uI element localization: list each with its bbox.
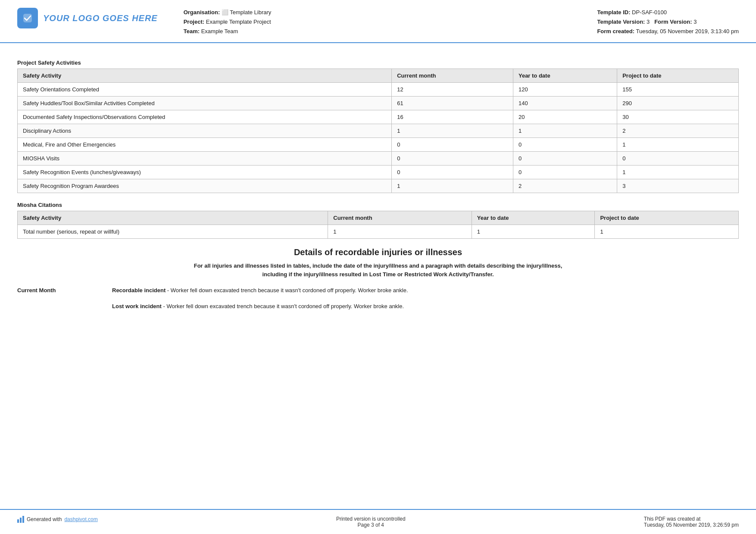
details-current-month-label: Current Month — [17, 286, 103, 294]
table-row: Safety Huddles/Tool Box/Similar Activiti… — [18, 97, 739, 110]
uncontrolled-text: Printed version is uncontrolled — [336, 516, 406, 522]
table-row: Documented Safety Inspections/Observatio… — [18, 110, 739, 124]
dashpivot-icon — [17, 516, 24, 523]
col-current-month: Current month — [392, 69, 513, 83]
page-footer: Generated with dashpivot.com Printed ver… — [0, 509, 756, 534]
table-cell: 2 — [617, 124, 739, 138]
table-row: Safety Orientations Completed12120155 — [18, 83, 739, 97]
generated-label: Generated with — [27, 516, 62, 522]
table-row: Medical, Fire and Other Emergencies001 — [18, 138, 739, 152]
header-meta-right: Template ID: DP-SAF-0100 Template Versio… — [597, 8, 739, 36]
form-created-label: Form created: — [597, 28, 634, 34]
table-cell: 120 — [513, 83, 617, 97]
page-header: YOUR LOGO GOES HERE Organisation: ⬜ Temp… — [0, 0, 756, 43]
incident-entry: Lost work incident - Worker fell down ex… — [112, 302, 739, 311]
template-id-label: Template ID: — [597, 9, 630, 16]
table-cell: 155 — [617, 83, 739, 97]
table-cell: MIOSHA Visits — [18, 152, 392, 166]
page-number: Page 3 of 4 — [336, 522, 406, 528]
miosha-col-current-month: Current month — [328, 211, 472, 225]
incident-entry: Recordable incident - Worker fell down e… — [112, 286, 739, 295]
table-cell: Disciplinary Actions — [18, 124, 392, 138]
form-version-value: 3 — [694, 19, 697, 25]
table-cell: 1 — [392, 179, 513, 193]
team-label: Team: — [184, 28, 200, 34]
table-cell: 1 — [472, 225, 595, 239]
table-cell: 1 — [617, 166, 739, 179]
pdf-created-label: This PDF was created at — [644, 516, 739, 522]
table-cell: Safety Huddles/Tool Box/Similar Activiti… — [18, 97, 392, 110]
table-row: Total number (serious, repeat or willful… — [18, 225, 739, 239]
table-cell: 1 — [328, 225, 472, 239]
table-cell: Total number (serious, repeat or willful… — [18, 225, 328, 239]
col-year-to-date: Year to date — [513, 69, 617, 83]
main-content: Project Safety Activities Safety Activit… — [0, 43, 756, 378]
incident-description: - Worker fell down excavated trench beca… — [162, 303, 404, 309]
table-cell: 16 — [392, 110, 513, 124]
table-cell: 12 — [392, 83, 513, 97]
table-row: MIOSHA Visits000 — [18, 152, 739, 166]
table-row: Disciplinary Actions112 — [18, 124, 739, 138]
incident-type: Recordable incident — [112, 287, 166, 294]
details-subtext: For all injuries and illnesses listed in… — [184, 262, 572, 278]
table-cell: 0 — [513, 138, 617, 152]
incident-type: Lost work incident — [112, 303, 162, 309]
table-row: Safety Recognition Program Awardees123 — [18, 179, 739, 193]
template-version-label: Template Version: — [597, 19, 645, 25]
details-current-month-row: Current Month Recordable incident - Work… — [17, 286, 739, 318]
header-meta-center: Organisation: ⬜ Template Library Project… — [158, 8, 597, 36]
table-cell: 0 — [392, 152, 513, 166]
project-label: Project: — [184, 19, 204, 25]
logo-icon — [17, 8, 38, 28]
table-cell: Safety Recognition Program Awardees — [18, 179, 392, 193]
miosha-col-activity: Safety Activity — [18, 211, 328, 225]
col-project-to-date: Project to date — [617, 69, 739, 83]
table-cell: 30 — [617, 110, 739, 124]
table-cell: 0 — [617, 152, 739, 166]
footer-center: Printed version is uncontrolled Page 3 o… — [336, 516, 406, 528]
table-cell: 20 — [513, 110, 617, 124]
project-safety-table: Safety Activity Current month Year to da… — [17, 69, 739, 193]
details-section: Details of recordable injuries or illnes… — [17, 247, 739, 334]
table-cell: 140 — [513, 97, 617, 110]
table-cell: Safety Recognition Events (lunches/givea… — [18, 166, 392, 179]
table-cell: 2 — [513, 179, 617, 193]
table-cell: 1 — [595, 225, 739, 239]
footer-left: Generated with dashpivot.com — [17, 516, 98, 523]
details-heading: Details of recordable injuries or illnes… — [17, 247, 739, 257]
team-value: Example Team — [201, 28, 238, 34]
org-value: ⬜ Template Library — [222, 9, 271, 16]
table-cell: 1 — [392, 124, 513, 138]
table-cell: 1 — [513, 124, 617, 138]
table-row: Safety Recognition Events (lunches/givea… — [18, 166, 739, 179]
table-cell: Safety Orientations Completed — [18, 83, 392, 97]
table-cell: 61 — [392, 97, 513, 110]
miosha-citations-table: Safety Activity Current month Year to da… — [17, 211, 739, 239]
table-cell: 0 — [513, 152, 617, 166]
table-cell: Medical, Fire and Other Emergencies — [18, 138, 392, 152]
org-label: Organisation: — [184, 9, 220, 16]
incident-description: - Worker fell down excavated trench beca… — [166, 287, 408, 294]
template-version-value: 3 — [647, 19, 650, 25]
logo-text: YOUR LOGO GOES HERE — [43, 13, 158, 23]
project-safety-title: Project Safety Activities — [17, 59, 739, 66]
table-cell: 290 — [617, 97, 739, 110]
footer-right: This PDF was created at Tuesday, 05 Nove… — [644, 516, 739, 528]
template-id-value: DP-SAF-0100 — [632, 9, 667, 16]
table-cell: 1 — [617, 138, 739, 152]
logo-section: YOUR LOGO GOES HERE — [17, 8, 158, 28]
miosha-col-year-to-date: Year to date — [472, 211, 595, 225]
table-cell: 0 — [392, 166, 513, 179]
miosha-col-project-to-date: Project to date — [595, 211, 739, 225]
miosha-citations-title: Miosha Citations — [17, 202, 739, 208]
col-safety-activity: Safety Activity — [18, 69, 392, 83]
form-version-label: Form Version: — [654, 19, 692, 25]
table-cell: 0 — [392, 138, 513, 152]
project-value: Example Template Project — [206, 19, 271, 25]
form-created-value: Tuesday, 05 November 2019, 3:13:40 pm — [636, 28, 739, 34]
table-cell: Documented Safety Inspections/Observatio… — [18, 110, 392, 124]
table-cell: 3 — [617, 179, 739, 193]
dashpivot-link[interactable]: dashpivot.com — [64, 516, 97, 522]
pdf-created-value: Tuesday, 05 November 2019, 3:26:59 pm — [644, 522, 739, 528]
table-cell: 0 — [513, 166, 617, 179]
